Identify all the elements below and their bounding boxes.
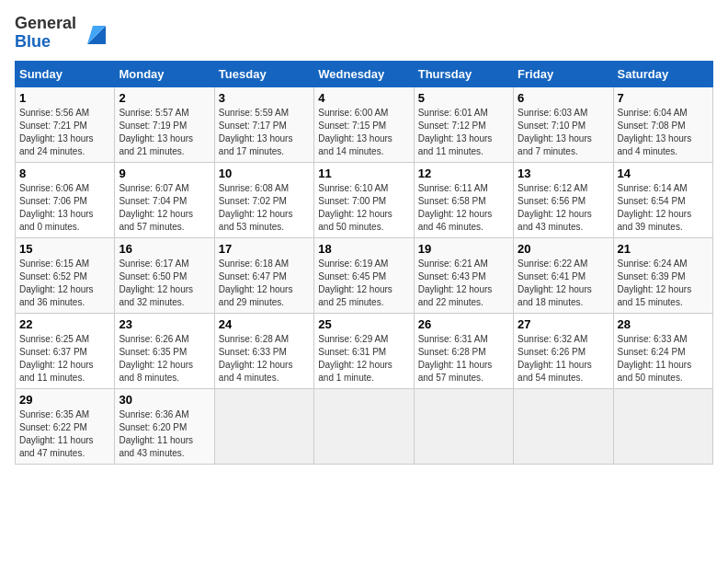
calendar-cell: 5Sunrise: 6:01 AMSunset: 7:12 PMDaylight… [414, 86, 513, 162]
calendar-week-row: 22Sunrise: 6:25 AMSunset: 6:37 PMDayligh… [16, 313, 713, 388]
day-info: Sunrise: 6:21 AMSunset: 6:43 PMDaylight:… [418, 258, 509, 309]
day-info: Sunrise: 6:06 AMSunset: 7:06 PMDaylight:… [19, 182, 110, 234]
day-number: 18 [318, 242, 409, 256]
day-info: Sunrise: 6:26 AMSunset: 6:35 PMDaylight:… [119, 333, 210, 385]
calendar-cell: 24Sunrise: 6:28 AMSunset: 6:33 PMDayligh… [214, 313, 313, 388]
logo-text: General Blue [15, 15, 76, 52]
day-info: Sunrise: 6:19 AMSunset: 6:45 PMDaylight:… [318, 258, 409, 309]
day-info: Sunrise: 6:00 AMSunset: 7:15 PMDaylight:… [318, 107, 409, 158]
calendar-cell [214, 388, 313, 464]
day-of-week-header: Monday [115, 61, 214, 86]
day-info: Sunrise: 6:17 AMSunset: 6:50 PMDaylight:… [119, 258, 210, 309]
day-number: 14 [618, 167, 709, 180]
day-number: 5 [418, 91, 509, 105]
calendar-cell: 10Sunrise: 6:08 AMSunset: 7:02 PMDayligh… [214, 162, 313, 237]
calendar-cell: 14Sunrise: 6:14 AMSunset: 6:54 PMDayligh… [613, 162, 712, 237]
day-info: Sunrise: 6:18 AMSunset: 6:47 PMDaylight:… [219, 258, 310, 309]
day-number: 2 [119, 91, 210, 105]
day-number: 27 [518, 317, 609, 331]
day-of-week-header: Tuesday [214, 61, 313, 86]
day-info: Sunrise: 6:24 AMSunset: 6:39 PMDaylight:… [618, 258, 709, 309]
calendar-cell: 2Sunrise: 5:57 AMSunset: 7:19 PMDaylight… [115, 86, 214, 162]
calendar-cell: 7Sunrise: 6:04 AMSunset: 7:08 PMDaylight… [613, 86, 712, 162]
calendar-cell: 30Sunrise: 6:36 AMSunset: 6:20 PMDayligh… [115, 388, 214, 464]
day-info: Sunrise: 6:22 AMSunset: 6:41 PMDaylight:… [518, 258, 609, 309]
calendar-cell: 27Sunrise: 6:32 AMSunset: 6:26 PMDayligh… [514, 313, 613, 388]
calendar-cell: 11Sunrise: 6:10 AMSunset: 7:00 PMDayligh… [314, 162, 414, 237]
day-info: Sunrise: 6:04 AMSunset: 7:08 PMDaylight:… [618, 107, 709, 158]
calendar-cell: 12Sunrise: 6:11 AMSunset: 6:58 PMDayligh… [414, 162, 513, 237]
day-number: 29 [19, 393, 110, 407]
calendar-cell: 25Sunrise: 6:29 AMSunset: 6:31 PMDayligh… [314, 313, 414, 388]
calendar-cell: 21Sunrise: 6:24 AMSunset: 6:39 PMDayligh… [613, 237, 712, 313]
calendar-cell: 1Sunrise: 5:56 AMSunset: 7:21 PMDaylight… [16, 86, 115, 162]
day-number: 21 [618, 242, 709, 256]
day-number: 6 [518, 91, 609, 105]
calendar-table: SundayMondayTuesdayWednesdayThursdayFrid… [15, 61, 713, 465]
day-number: 3 [219, 91, 310, 105]
day-number: 12 [418, 167, 509, 180]
day-info: Sunrise: 6:28 AMSunset: 6:33 PMDaylight:… [219, 333, 310, 385]
calendar-cell: 19Sunrise: 6:21 AMSunset: 6:43 PMDayligh… [414, 237, 513, 313]
calendar-cell: 29Sunrise: 6:35 AMSunset: 6:22 PMDayligh… [16, 388, 115, 464]
calendar-cell: 23Sunrise: 6:26 AMSunset: 6:35 PMDayligh… [115, 313, 214, 388]
day-number: 8 [19, 167, 110, 180]
day-info: Sunrise: 6:33 AMSunset: 6:24 PMDaylight:… [618, 333, 709, 385]
day-info: Sunrise: 6:25 AMSunset: 6:37 PMDaylight:… [19, 333, 110, 385]
calendar-cell: 17Sunrise: 6:18 AMSunset: 6:47 PMDayligh… [214, 237, 313, 313]
day-number: 26 [418, 317, 509, 331]
logo-general: General [15, 14, 76, 32]
calendar-cell: 20Sunrise: 6:22 AMSunset: 6:41 PMDayligh… [514, 237, 613, 313]
day-of-week-header: Sunday [16, 61, 115, 86]
day-number: 4 [318, 91, 409, 105]
calendar-week-row: 8Sunrise: 6:06 AMSunset: 7:06 PMDaylight… [16, 162, 713, 237]
day-info: Sunrise: 6:08 AMSunset: 7:02 PMDaylight:… [219, 182, 310, 234]
day-info: Sunrise: 6:36 AMSunset: 6:20 PMDaylight:… [119, 408, 210, 460]
calendar-cell: 26Sunrise: 6:31 AMSunset: 6:28 PMDayligh… [414, 313, 513, 388]
day-of-week-header: Saturday [613, 61, 712, 86]
day-number: 9 [119, 167, 210, 180]
day-number: 17 [219, 242, 310, 256]
day-info: Sunrise: 6:32 AMSunset: 6:26 PMDaylight:… [518, 333, 609, 385]
calendar-cell [314, 388, 414, 464]
day-number: 13 [518, 167, 609, 180]
calendar-cell: 16Sunrise: 6:17 AMSunset: 6:50 PMDayligh… [115, 237, 214, 313]
day-number: 30 [119, 393, 210, 407]
calendar-cell: 22Sunrise: 6:25 AMSunset: 6:37 PMDayligh… [16, 313, 115, 388]
day-info: Sunrise: 6:10 AMSunset: 7:00 PMDaylight:… [318, 182, 409, 234]
day-number: 15 [19, 242, 110, 256]
day-info: Sunrise: 6:03 AMSunset: 7:10 PMDaylight:… [518, 107, 609, 158]
calendar-cell [414, 388, 513, 464]
calendar-week-row: 29Sunrise: 6:35 AMSunset: 6:22 PMDayligh… [16, 388, 713, 464]
calendar-cell: 18Sunrise: 6:19 AMSunset: 6:45 PMDayligh… [314, 237, 414, 313]
day-of-week-header: Thursday [414, 61, 513, 86]
day-number: 28 [618, 317, 709, 331]
day-info: Sunrise: 6:07 AMSunset: 7:04 PMDaylight:… [119, 182, 210, 234]
day-number: 10 [219, 167, 310, 180]
day-of-week-header: Wednesday [314, 61, 414, 86]
calendar-cell: 28Sunrise: 6:33 AMSunset: 6:24 PMDayligh… [613, 313, 712, 388]
calendar-cell: 9Sunrise: 6:07 AMSunset: 7:04 PMDaylight… [115, 162, 214, 237]
day-info: Sunrise: 6:14 AMSunset: 6:54 PMDaylight:… [618, 182, 709, 234]
day-info: Sunrise: 6:12 AMSunset: 6:56 PMDaylight:… [518, 182, 609, 234]
day-number: 23 [119, 317, 210, 331]
calendar-cell: 13Sunrise: 6:12 AMSunset: 6:56 PMDayligh… [514, 162, 613, 237]
day-number: 24 [219, 317, 310, 331]
day-info: Sunrise: 5:59 AMSunset: 7:17 PMDaylight:… [219, 107, 310, 158]
day-number: 16 [119, 242, 210, 256]
logo-blue: Blue [15, 32, 51, 51]
day-info: Sunrise: 5:56 AMSunset: 7:21 PMDaylight:… [19, 107, 110, 158]
logo-icon [80, 18, 109, 48]
day-of-week-header: Friday [514, 61, 613, 86]
calendar-cell: 4Sunrise: 6:00 AMSunset: 7:15 PMDaylight… [314, 86, 414, 162]
calendar-week-row: 15Sunrise: 6:15 AMSunset: 6:52 PMDayligh… [16, 237, 713, 313]
day-info: Sunrise: 5:57 AMSunset: 7:19 PMDaylight:… [119, 107, 210, 158]
days-header-row: SundayMondayTuesdayWednesdayThursdayFrid… [16, 61, 713, 86]
calendar-cell [514, 388, 613, 464]
day-number: 22 [19, 317, 110, 331]
day-info: Sunrise: 6:11 AMSunset: 6:58 PMDaylight:… [418, 182, 509, 234]
day-number: 19 [418, 242, 509, 256]
day-info: Sunrise: 6:31 AMSunset: 6:28 PMDaylight:… [418, 333, 509, 385]
day-number: 11 [318, 167, 409, 180]
calendar-cell: 15Sunrise: 6:15 AMSunset: 6:52 PMDayligh… [16, 237, 115, 313]
